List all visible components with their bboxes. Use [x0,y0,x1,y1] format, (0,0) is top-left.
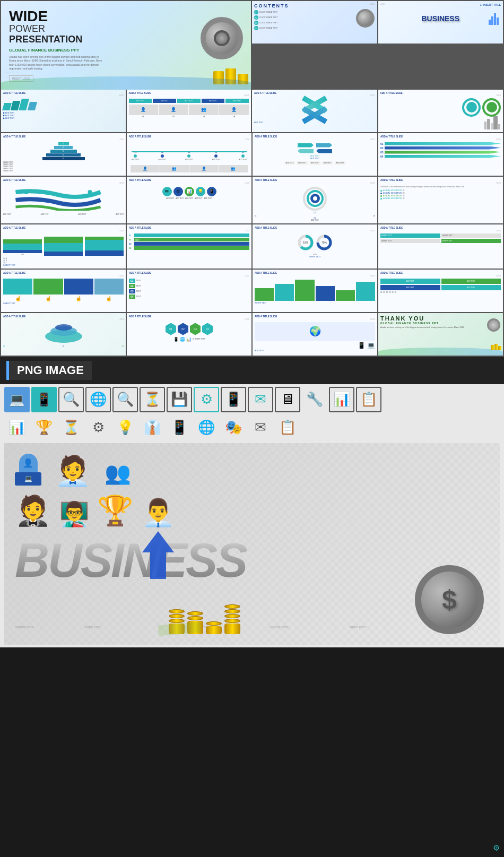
slide-target[interactable]: ADD A TITLE SLIDE LOGO 01 04 [253,177,377,223]
slide-donut[interactable]: ADD A TITLE SLIDE LOGO 15% [253,224,377,269]
slide-barchart-title: ADD A TITLE SLIDE [3,227,124,229]
slide-donut-title: ADD A TITLE SLIDE [255,227,375,229]
icon-save: 💾 [167,387,192,412]
hero-row2-extra: ADD A TITLE SLIDE LOGO ▶ ADD TEXT ▶ ADD … [1,90,251,132]
icon2-barchart: 📊 [4,415,30,440]
svg-text:75%: 75% [321,241,327,244]
top-section: WIDE POWER PRESENTATION GLOBAL FINANCE B… [0,0,504,91]
silhouettes-row: 👤 💻 🧑‍💼 👥 [15,454,489,486]
slide-target-logo: LOGO [255,182,375,184]
row4: ADD A TITLE SLIDE LOGO ADD TEXT ADD [0,177,504,224]
slide-circle-icons[interactable]: ADD A TITLE SLIDE LOGO ✉ ⚙ 📊 💡 📱 ADD TEX… [127,177,251,223]
slide-wavy[interactable]: ADD A TITLE SLIDE LOGO ADD TEXT ADD [1,177,126,223]
slide-text-layout[interactable]: ADD A TITLE SLIDE LOGO ADD TEXT ADD TEXT… [127,90,251,132]
slide-colorboxes[interactable]: ADD A TITLE SLIDE LOGO INSERT TEXT INSER… [378,224,503,269]
icon-laptop: 💻 [4,387,30,412]
slide-pyramid[interactable]: ADD A TITLE SLIDE LOGO 01 02 03 04 05 01… [1,133,126,176]
slide-addtext[interactable]: ADD A TITLE SLIDE LOGO ADD TEXT ADD TEXT… [253,133,377,176]
icon-chart: 📊 [329,387,354,412]
icon2-hourglass: ⏳ [58,415,84,440]
slide-numbered-arrows[interactable]: ADD A TITLE SLIDE LOGO 01 INSERT TEXT 02… [378,133,503,176]
icons-row2: 📊 🏆 ⏳ ⚙ 💡 👔 📱 🌐 🎭 ✉ 📋 [4,415,500,440]
svg-point-1 [56,193,60,197]
svg-point-0 [24,190,29,194]
slide-vertbars-inserttext: INSERT TEXT [255,302,375,304]
slides-row2-extra: ADD A TITLE SLIDE LOGO ▶ ADD TEXT ▶ ADD … [0,90,504,133]
icon2-bulb: 💡 [112,415,138,440]
slide-horizarro-logo: LOGO [129,230,249,232]
slide-timeline-logo: LOGO [129,138,249,141]
icon2-mail: ✉ [248,415,273,440]
slide-xarrow-addtext: ADD TEXT [254,122,375,124]
slide-hexagon-title: ADD A TITLE SLIDE [129,315,249,318]
slide-textblock-title: ADD A TITLE SLIDE [380,179,501,181]
main-container: WIDE POWER PRESENTATION GLOBAL FINANCE B… [0,0,504,647]
slide-textblock-logo: LOGO [380,182,501,184]
row7: ADD A TITLE SLIDE LOGO 01 02 03 [0,313,504,357]
icons-row1: 💻 📱 🔍 🌐 🔍 ⏳ 💾 ⚙ 📱 ✉ 🖥 🔧 📊 📋 [4,387,500,412]
slide-ribbon-green[interactable]: ADD A TITLE SLIDE LOGO 01 TEXT 02 TEXT 0… [127,270,251,312]
slide-hexagon[interactable]: ADD A TITLE SLIDE LOGO 01 02 03 04 📱 🌐 📊… [127,313,251,356]
silhouette-meeting: 👨‍🏫 [59,500,89,528]
slide-barchart-inserttext: INSERT TEXT [3,264,124,266]
icon-search2: 🔍 [112,387,138,412]
slide-ribbongreen-title: ADD A TITLE SLIDE [129,272,249,274]
slide-addtext-title: ADD A TITLE SLIDE [255,135,375,138]
hero-slide[interactable]: WIDE POWER PRESENTATION GLOBAL FINANCE B… [1,1,251,90]
slide-x-arrow[interactable]: ADD A TITLE SLIDE LOGO ADD TEXT [252,90,377,132]
png-header: PNG IMAGE [0,357,504,384]
slide-barchart[interactable]: ADD A TITLE SLIDE LOGO 50% [1,224,126,269]
slide-donut-inserttext: INSERT TEXT [255,256,375,258]
svg-point-2 [88,190,92,194]
addtext-label2: ADD TEXT [255,158,375,160]
slide-spiral[interactable]: ADD A TITLE SLIDE LOGO 01 02 03 [1,313,126,356]
slide-barchart-logo: LOGO [3,230,124,232]
slide-circleicons-logo: LOGO [129,182,249,184]
slide-wavy-title: ADD A TITLE SLIDE [3,179,124,181]
icon2-phone: 📱 [167,415,192,440]
slide-mobile-world[interactable]: ADD A TITLE SLIDE LOGO 🌍 📱 💻 ADD TEXT [253,313,377,356]
vault-dollar: $ [415,565,484,634]
it-logo: LOGO [380,3,385,6]
slide-xarrow-logo: LOGO [254,94,375,97]
insert-title-slide[interactable]: LOGO 1. INSERT TITLE BUSINESS [378,1,503,44]
slide-hands[interactable]: ADD A TITLE SLIDE LOGO ☝ ☝ ☝ ☝ INSERT TE… [1,270,126,312]
slide-connected-boxes[interactable]: ADD A TITLE SLIDE LOGO ADD TEXT ADD TEXT… [378,270,503,312]
icon2-shirt: 👔 [140,415,165,440]
slide-thankyou[interactable]: THANK YOU GLOBAL FINANCE BUSINESS PPT As… [378,313,503,356]
icon-search: 🔍 [58,387,84,412]
slide-vertical-bars[interactable]: ADD A TITLE SLIDE LOGO INSERT TEXT [253,270,377,312]
silhouettes-section: 👤 💻 🧑‍💼 👥 🤵 👨‍🏫 🏆 [4,443,500,645]
contents-slide[interactable]: CONTENTS LOGO 01CLICK TO ADD TEXT 02CLIC… [252,1,377,44]
contents-item-1: CLICK TO ADD TEXT [259,11,277,13]
person-laptop: 👤 💻 [15,454,41,486]
icon-hourglass: ⏳ [140,387,165,412]
svg-point-11 [55,324,72,331]
thankyou-subtitle: GLOBAL FINANCE BUSINESS PPT [380,322,501,325]
icon-tablet2: 📱 [221,387,246,412]
icons-section: 💻 📱 🔍 🌐 🔍 ⏳ 💾 ⚙ 📱 ✉ 🖥 🔧 📊 📋 📊 🏆 ⏳ [0,384,504,647]
slide-horiz-arrows[interactable]: ADD A TITLE SLIDE LOGO 01 TEXT 02 TEXT [127,224,251,269]
icon-globe: 🌐 [85,387,111,412]
slide-target-title: ADD A TITLE SLIDE [255,179,375,181]
slide-vertbars-title: ADD A TITLE SLIDE [255,272,375,274]
slide-timeline[interactable]: ADD A TITLE SLIDE LOGO 01 ADD TEXT [127,133,251,176]
slide-donut-logo: LOGO [255,230,375,232]
slide-ribbongreen-logo: LOGO [129,275,249,277]
slide-textblock[interactable]: ADD A TITLE SLIDE LOGO Lorem from 1,000 … [378,177,503,223]
icon-wrench: 🔧 [302,387,327,412]
slide-circles[interactable]: ADD A TITLE SLIDE LOGO [378,90,503,132]
icon2-notes: 📋 [275,415,300,440]
slide-timeline-title: ADD A TITLE SLIDE [129,135,249,138]
silhouette-suit: 🤵 [15,494,51,528]
slide-pyramid-title: ADD A TITLE SLIDE [3,135,124,138]
black-silhouettes-row: 🤵 👨‍🏫 🏆 👨‍💼 [15,494,489,528]
silhouette-present: 👨‍💼 [142,497,175,528]
addtext-label1: ADD TEXT [255,155,375,157]
slide-3d-cubes[interactable]: ADD A TITLE SLIDE LOGO ▶ ADD TEXT ▶ ADD … [1,90,126,132]
hero-wave [1,76,251,90]
slide-spiral-logo: LOGO [3,318,124,321]
slide-mobworld-logo: LOGO [255,318,375,321]
slide-pyramid-logo: LOGO [3,138,124,141]
slide-circles-logo: LOGO [380,94,501,97]
